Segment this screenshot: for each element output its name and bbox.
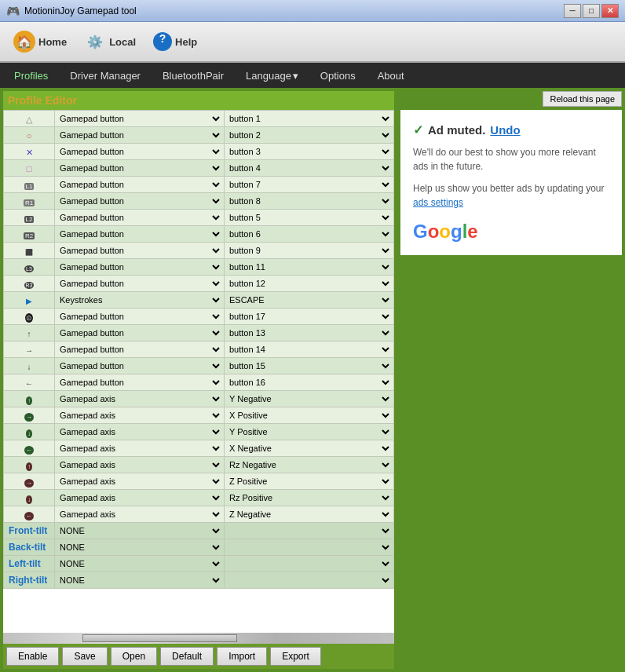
local-button[interactable]: ⚙️ Local (77, 27, 143, 57)
type-select-10[interactable]: Gamepad buttonGamepad axisKeystrokesNone (57, 276, 222, 290)
row-icon-2: ✕ (4, 144, 55, 160)
value-select-15[interactable]: button 1button 2button 3button 4button 5… (226, 359, 392, 373)
close-button[interactable]: ✕ (601, 4, 619, 18)
row-icon-9: L3 (4, 259, 55, 276)
home-button[interactable]: 🏠 Home (6, 27, 74, 57)
type-select-5[interactable]: Gamepad buttonGamepad axisKeystrokesNone (57, 194, 222, 208)
scroll-area[interactable]: △Gamepad buttonGamepad axisKeystrokesNon… (3, 110, 394, 633)
value-select-7[interactable]: button 1button 2button 3button 4button 5… (226, 227, 392, 241)
type-select-4[interactable]: Gamepad buttonGamepad axisKeystrokesNone (57, 177, 222, 192)
type-select-2[interactable]: Gamepad buttonGamepad axisKeystrokesNone (57, 144, 222, 159)
value-select-3[interactable]: button 1button 2button 3button 4button 5… (226, 161, 392, 175)
value-select-20[interactable]: Y NegativeX PositiveY PositiveX Negative… (226, 441, 392, 455)
value-select-23[interactable]: Y NegativeX PositiveY PositiveX Negative… (226, 491, 392, 505)
maximize-button[interactable]: □ (583, 4, 600, 18)
value-select-13[interactable]: button 1button 2button 3button 4button 5… (226, 326, 392, 340)
tilt-value-select-1[interactable] (226, 540, 392, 554)
horizontal-scrollbar[interactable] (3, 633, 394, 644)
titlebar-controls: ─ □ ✕ (564, 4, 619, 18)
reload-button[interactable]: Reload this page (543, 91, 622, 107)
table-row: ↑Gamepad buttonGamepad axisKeystrokesNon… (4, 457, 394, 473)
type-select-17[interactable]: Gamepad buttonGamepad axisKeystrokesNone (57, 392, 222, 406)
tilt-value-select-0[interactable] (226, 524, 392, 538)
tilt-row-3: Right-tiltNONE (4, 572, 394, 589)
table-row: R3Gamepad buttonGamepad axisKeystrokesNo… (4, 276, 394, 292)
value-select-5[interactable]: button 1button 2button 3button 4button 5… (226, 194, 392, 208)
type-select-1[interactable]: Gamepad buttonGamepad axisKeystrokesNone (57, 128, 222, 142)
titlebar: 🎮 MotioninJoy Gamepad tool ─ □ ✕ (0, 0, 625, 22)
value-select-10[interactable]: button 1button 2button 3button 4button 5… (226, 276, 392, 290)
nav-language[interactable]: Language ▾ (235, 63, 309, 88)
type-select-19[interactable]: Gamepad buttonGamepad axisKeystrokesNone (57, 425, 222, 439)
table-row: L1Gamepad buttonGamepad axisKeystrokesNo… (4, 177, 394, 193)
value-select-11[interactable]: ESCAPE (226, 293, 392, 307)
type-select-24[interactable]: Gamepad buttonGamepad axisKeystrokesNone (57, 507, 222, 521)
type-select-12[interactable]: Gamepad buttonGamepad axisKeystrokesNone (57, 309, 222, 323)
save-button[interactable]: Save (62, 647, 107, 666)
type-select-3[interactable]: Gamepad buttonGamepad axisKeystrokesNone (57, 161, 222, 175)
value-select-19[interactable]: Y NegativeX PositiveY PositiveX Negative… (226, 425, 392, 439)
tilt-type-select-3[interactable]: NONE (57, 573, 222, 587)
type-select-20[interactable]: Gamepad buttonGamepad axisKeystrokesNone (57, 441, 222, 455)
value-select-22[interactable]: Y NegativeX PositiveY PositiveX Negative… (226, 474, 392, 488)
type-select-0[interactable]: Gamepad buttonGamepad axisKeystrokesNone (57, 111, 222, 126)
value-select-6[interactable]: button 1button 2button 3button 4button 5… (226, 210, 392, 225)
default-button[interactable]: Default (160, 647, 214, 666)
tilt-value-select-2[interactable] (226, 557, 392, 571)
nav-bluetooth-pair[interactable]: BluetoothPair (152, 63, 235, 88)
value-select-17[interactable]: Y NegativeX PositiveY PositiveX Negative… (226, 392, 392, 406)
type-select-15[interactable]: Gamepad buttonGamepad axisKeystrokesNone (57, 359, 222, 373)
minimize-button[interactable]: ─ (564, 4, 581, 18)
nav-driver-manager[interactable]: Driver Manager (59, 63, 152, 88)
ads-settings-link[interactable]: ads settings (413, 197, 463, 208)
type-select-21[interactable]: Gamepad buttonGamepad axisKeystrokesNone (57, 458, 222, 472)
help-icon: ? (153, 32, 172, 51)
type-select-6[interactable]: Gamepad buttonGamepad axisKeystrokesNone (57, 210, 222, 225)
value-select-4[interactable]: button 1button 2button 3button 4button 5… (226, 177, 392, 192)
type-select-9[interactable]: Gamepad buttonGamepad axisKeystrokesNone (57, 260, 222, 274)
ad-description-1: We'll do our best to show you more relev… (413, 145, 609, 173)
table-row: ○Gamepad buttonGamepad axisKeystrokesNon… (4, 127, 394, 144)
nav-profiles[interactable]: Profiles (3, 63, 59, 88)
table-row: →Gamepad buttonGamepad axisKeystrokesNon… (4, 407, 394, 424)
tilt-type-select-0[interactable]: NONE (57, 524, 222, 538)
type-select-18[interactable]: Gamepad buttonGamepad axisKeystrokesNone (57, 408, 222, 422)
type-select-14[interactable]: Gamepad buttonGamepad axisKeystrokesNone (57, 342, 222, 356)
value-select-21[interactable]: Y NegativeX PositiveY PositiveX Negative… (226, 458, 392, 472)
value-select-24[interactable]: Y NegativeX PositiveY PositiveX Negative… (226, 507, 392, 521)
row-icon-20: ← (4, 440, 55, 457)
import-button[interactable]: Import (217, 647, 267, 666)
value-select-16[interactable]: button 1button 2button 3button 4button 5… (226, 375, 392, 389)
tilt-type-select-2[interactable]: NONE (57, 557, 222, 571)
value-select-9[interactable]: button 1button 2button 3button 4button 5… (226, 260, 392, 274)
nav-about[interactable]: About (367, 63, 415, 88)
export-button[interactable]: Export (270, 647, 321, 666)
nav-options[interactable]: Options (309, 63, 367, 88)
value-select-14[interactable]: button 1button 2button 3button 4button 5… (226, 342, 392, 356)
open-button[interactable]: Open (111, 647, 157, 666)
table-row: →Gamepad buttonGamepad axisKeystrokesNon… (4, 341, 394, 358)
type-select-23[interactable]: Gamepad buttonGamepad axisKeystrokesNone (57, 491, 222, 505)
type-select-22[interactable]: Gamepad buttonGamepad axisKeystrokesNone (57, 474, 222, 488)
value-select-1[interactable]: button 1button 2button 3button 4button 5… (226, 128, 392, 142)
undo-button[interactable]: Undo (490, 123, 520, 137)
tilt-value-select-3[interactable] (226, 573, 392, 587)
value-select-0[interactable]: button 1button 2button 3button 4button 5… (226, 111, 392, 126)
value-select-18[interactable]: Y NegativeX PositiveY PositiveX Negative… (226, 408, 392, 422)
type-select-13[interactable]: Gamepad buttonGamepad axisKeystrokesNone (57, 326, 222, 340)
type-select-16[interactable]: Gamepad buttonGamepad axisKeystrokesNone (57, 375, 222, 389)
table-row: ⊙Gamepad buttonGamepad axisKeystrokesNon… (4, 309, 394, 325)
value-select-12[interactable]: button 1button 2button 3button 4button 5… (226, 309, 392, 323)
value-select-2[interactable]: button 1button 2button 3button 4button 5… (226, 144, 392, 159)
enable-button[interactable]: Enable (6, 647, 59, 666)
language-arrow-icon: ▾ (293, 70, 298, 82)
type-select-11[interactable]: Gamepad buttonGamepad axisKeystrokesNone (57, 293, 222, 307)
table-row: L2Gamepad buttonGamepad axisKeystrokesNo… (4, 210, 394, 226)
type-select-8[interactable]: Gamepad buttonGamepad axisKeystrokesNone (57, 243, 222, 257)
help-label: Help (175, 36, 197, 48)
help-button[interactable]: ? Help (146, 28, 204, 55)
type-select-7[interactable]: Gamepad buttonGamepad axisKeystrokesNone (57, 227, 222, 241)
row-icon-14: → (4, 341, 55, 358)
tilt-type-select-1[interactable]: NONE (57, 540, 222, 554)
value-select-8[interactable]: button 1button 2button 3button 4button 5… (226, 243, 392, 257)
